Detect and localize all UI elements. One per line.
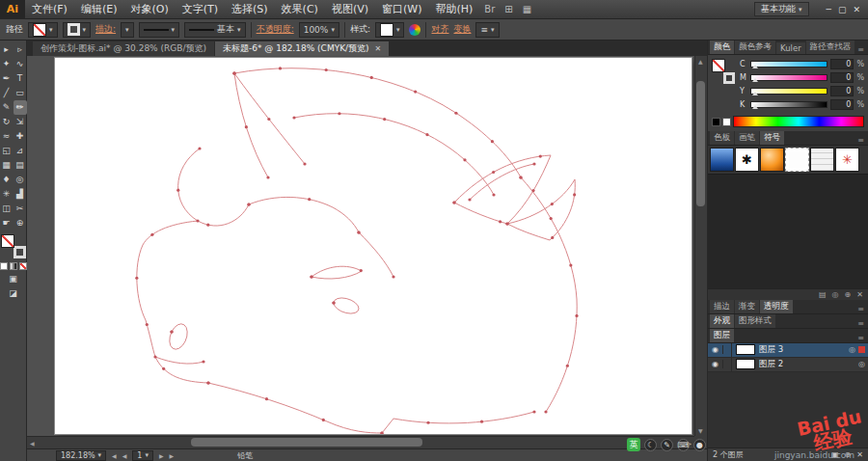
- tool-blend[interactable]: ◎: [14, 173, 27, 187]
- vertical-scroll-thumb[interactable]: [696, 81, 705, 206]
- panel-menu-icon[interactable]: ≡: [855, 45, 866, 54]
- color-fill-stroke-indicator[interactable]: [712, 59, 735, 84]
- opacity-link[interactable]: 不透明度:: [257, 23, 294, 36]
- tab-color-guide[interactable]: 颜色参考: [735, 41, 775, 54]
- target-icon[interactable]: ◎: [846, 345, 858, 354]
- canvas[interactable]: ▲ ▼ ◀ ▶: [27, 56, 707, 448]
- tab-layers[interactable]: 图层: [710, 329, 734, 342]
- symbol-flower[interactable]: ✳: [835, 148, 859, 172]
- tool-scale[interactable]: ⇲: [14, 115, 27, 129]
- arrange-documents-icon[interactable]: ⊞: [500, 4, 517, 14]
- variable-width-profile-dropdown[interactable]: ▾: [139, 22, 180, 38]
- tool-rotate[interactable]: ↻: [0, 115, 14, 129]
- delete-layer-icon[interactable]: ✕: [856, 450, 863, 459]
- tool-magic-wand[interactable]: ✦: [0, 57, 14, 71]
- new-symbol-icon[interactable]: ⊕: [845, 290, 852, 299]
- fill-color-dropdown[interactable]: ▾: [28, 22, 58, 38]
- ime-language-badge[interactable]: 英: [627, 438, 640, 451]
- tab-pathfinder[interactable]: 路径查找器: [806, 41, 855, 54]
- tool-artboard[interactable]: ◫: [0, 202, 14, 216]
- close-button[interactable]: ✕: [853, 5, 860, 14]
- ime-settings-icon[interactable]: ●: [693, 439, 706, 451]
- tab-appearance[interactable]: 外观: [710, 314, 734, 328]
- tab-swatches[interactable]: 色板: [710, 131, 734, 145]
- tab-graphic-styles[interactable]: 图形样式: [735, 314, 775, 328]
- white-swatch[interactable]: [722, 118, 731, 126]
- menu-effect[interactable]: 效果(C): [275, 0, 325, 19]
- layer-name[interactable]: 图层 2: [759, 359, 855, 370]
- panel-menu-icon[interactable]: ≡: [855, 305, 866, 313]
- tool-hand[interactable]: ☛: [0, 216, 14, 230]
- menu-help[interactable]: 帮助(H): [428, 0, 479, 19]
- symbol-orb[interactable]: [760, 148, 784, 172]
- none-mode-button[interactable]: [19, 262, 27, 270]
- workspace-switcher[interactable]: 基本功能 ▾: [754, 2, 809, 16]
- stroke-panel-link[interactable]: 描边:: [95, 23, 116, 36]
- first-artboard-icon[interactable]: ◀: [112, 452, 117, 459]
- stroke-color-dropdown[interactable]: ▾: [63, 22, 92, 38]
- delete-symbol-icon[interactable]: ✕: [856, 290, 863, 299]
- menu-type[interactable]: 文字(T): [176, 0, 225, 19]
- tab-symbols[interactable]: 符号: [760, 131, 784, 145]
- symbol-dashed[interactable]: [785, 148, 809, 172]
- magenta-slider[interactable]: [750, 74, 827, 81]
- scroll-down-icon[interactable]: ▼: [698, 427, 703, 434]
- tool-mesh[interactable]: ▦: [0, 158, 14, 173]
- last-artboard-icon[interactable]: ▶: [170, 452, 175, 459]
- tool-eyedropper[interactable]: ♦: [0, 173, 14, 187]
- tool-pencil[interactable]: ✏: [14, 100, 27, 115]
- tool-pen[interactable]: ✒: [0, 71, 14, 86]
- tool-direct-selection[interactable]: ▹: [14, 42, 27, 57]
- magenta-value-field[interactable]: 0: [830, 72, 854, 83]
- ime-keyboard-icon[interactable]: ⌨: [677, 439, 690, 451]
- tool-width[interactable]: ≈: [0, 129, 14, 144]
- tab-brushes[interactable]: 画笔: [735, 131, 759, 145]
- ime-pen-icon[interactable]: ✎: [661, 439, 673, 451]
- fill-swatch-none[interactable]: [1, 234, 14, 248]
- tool-line-segment[interactable]: ╱: [0, 86, 14, 100]
- new-layer-icon[interactable]: ⊕: [845, 450, 852, 459]
- document-tab-2[interactable]: 未标题-6* @ 182.18% (CMYK/预览) ✕: [215, 41, 389, 56]
- scroll-left-icon[interactable]: ◀: [30, 440, 35, 447]
- menu-file[interactable]: 文件(F): [25, 0, 74, 19]
- close-tab-icon[interactable]: ✕: [375, 44, 382, 53]
- opacity-dropdown[interactable]: 100% ▾: [299, 22, 339, 38]
- tool-selection[interactable]: ▸: [0, 42, 14, 57]
- tool-slice[interactable]: ✂: [14, 202, 27, 216]
- vertical-scrollbar[interactable]: ▲ ▼: [694, 56, 707, 436]
- lock-toggle[interactable]: [723, 358, 732, 371]
- tab-color[interactable]: 颜色: [710, 41, 734, 54]
- visibility-eye-icon[interactable]: ◉: [708, 360, 723, 368]
- menu-edit[interactable]: 编辑(E): [74, 0, 124, 19]
- zoom-level-dropdown[interactable]: 182.18% ▾: [56, 450, 106, 461]
- yellow-value-field[interactable]: 0: [830, 86, 854, 96]
- place-symbol-icon[interactable]: ◎: [832, 290, 839, 299]
- cyan-value-field[interactable]: 0: [830, 59, 854, 69]
- tool-symbol-sprayer[interactable]: ✳: [0, 187, 14, 202]
- ime-fullmoon-icon[interactable]: ☾: [644, 439, 657, 451]
- panel-menu-icon[interactable]: ≡: [855, 136, 866, 145]
- black-value-field[interactable]: 0: [830, 99, 854, 110]
- fill-stroke-indicator[interactable]: [1, 234, 26, 258]
- tab-kuler[interactable]: Kuler: [776, 42, 805, 54]
- symbol-splatter[interactable]: ✱: [735, 148, 759, 172]
- grid-icon[interactable]: ▦: [518, 4, 536, 14]
- brush-definition-dropdown[interactable]: 基本 ▾: [184, 22, 246, 38]
- tool-perspective-grid[interactable]: ⊿: [14, 144, 27, 158]
- prev-artboard-icon[interactable]: ◀: [122, 452, 127, 459]
- tool-column-graph[interactable]: ▟: [14, 187, 27, 202]
- stroke-weight-dropdown[interactable]: ▾: [121, 22, 134, 38]
- maximize-button[interactable]: ▢: [838, 5, 847, 14]
- next-artboard-icon[interactable]: ▶: [159, 452, 164, 459]
- panel-menu-icon[interactable]: ≡: [855, 334, 866, 342]
- screen-mode-button[interactable]: ◪: [7, 286, 20, 301]
- recolor-artwork-icon[interactable]: [409, 24, 420, 36]
- tool-rectangle[interactable]: ▭: [14, 86, 27, 100]
- transform-link[interactable]: 变换: [453, 23, 471, 36]
- cyan-slider[interactable]: [750, 61, 827, 68]
- tab-transparency[interactable]: 透明度: [760, 300, 793, 313]
- symbol-grid[interactable]: [810, 148, 834, 172]
- minimize-button[interactable]: ─: [827, 5, 831, 14]
- tool-gradient[interactable]: ▤: [14, 158, 27, 173]
- artboard-navigation-dropdown[interactable]: 1 ▾: [132, 450, 153, 461]
